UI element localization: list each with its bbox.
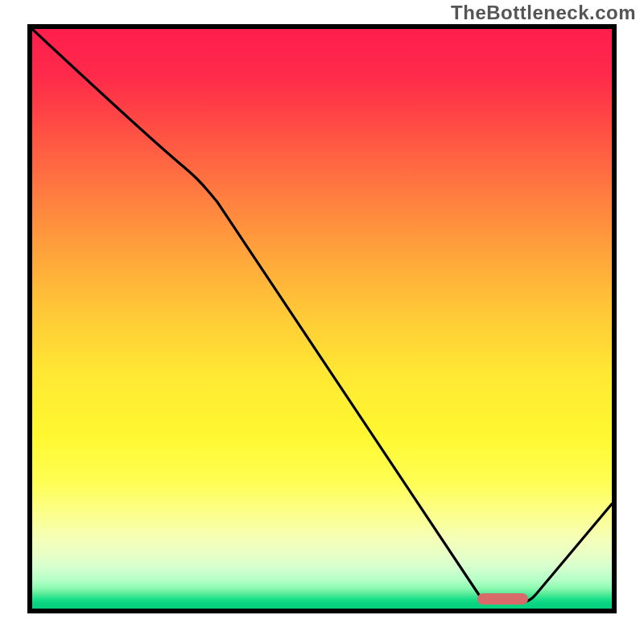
chart-frame xyxy=(27,24,617,613)
curve-path xyxy=(32,29,612,602)
watermark-text: TheBottleneck.com xyxy=(451,2,636,24)
bottleneck-curve xyxy=(32,29,612,609)
optimal-region-marker xyxy=(477,593,528,605)
plot-area xyxy=(32,29,612,609)
chart-container: TheBottleneck.com xyxy=(0,0,644,644)
